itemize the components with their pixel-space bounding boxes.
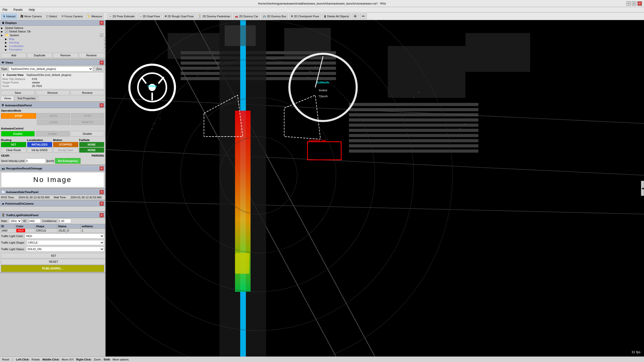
interact-button[interactable]: 🖱 Interact (1, 14, 17, 19)
stop-button[interactable]: STOP (1, 113, 36, 119)
tree-item-system[interactable]: ▶ 📁 System ✓ (1, 33, 105, 37)
shape-col-header: Shape (35, 224, 57, 229)
tab-views[interactable]: Views (1, 96, 14, 101)
delete-all-button[interactable]: 🗑 Delete All Objects (322, 14, 351, 19)
map-label: Map (9, 37, 14, 40)
tab-tool-properties[interactable]: Tool Properties (14, 96, 38, 101)
tl-reset-button[interactable]: RESET (1, 259, 106, 264)
panel-collapse-arrow[interactable]: ◀ (641, 181, 644, 196)
failsafe-status-badge-1: NONE (79, 142, 104, 147)
views-rename-button[interactable]: Rename (70, 90, 104, 95)
enable-button-2[interactable]: Enable (36, 131, 69, 137)
tree-item-sensing[interactable]: ▶ Sensing ✓ (5, 41, 106, 44)
traffic-light-close[interactable]: ✕ (100, 213, 104, 217)
measure-button[interactable]: 📏 Measure (85, 14, 104, 19)
dummy-pedestrian-button[interactable]: 🚶 2D Dummy Pedestrian (196, 14, 232, 19)
minimize-button[interactable]: ─ (626, 1, 631, 6)
rough-goal-pose-button[interactable]: ⊕ 2D Rough Goal Pose (163, 14, 195, 19)
menu-help[interactable]: Help (27, 8, 36, 12)
tl-color-row: Traffic Light Color: RED GREEN YELLOW (0, 233, 105, 239)
traffic-light-header: 🚦 TrafficLightPublishPanel ✕ (0, 212, 105, 218)
displays-close-button[interactable]: ✕ (100, 21, 104, 25)
views-save-button[interactable]: Save (1, 90, 35, 95)
remote-button[interactable]: REMOTE (71, 119, 104, 125)
views-type-select[interactable]: TopDownOrtho (rviz_default_plugins) (9, 66, 93, 71)
svg-rect-20 (349, 144, 478, 147)
shift-action: More options. (113, 358, 130, 361)
expand-arrow: ▶ (5, 38, 7, 40)
views-remove-button[interactable]: Remove (36, 90, 69, 95)
tl-publishing-button[interactable]: PUBLISHING... (1, 265, 104, 272)
init-gnss-button[interactable]: Init by GNSS (27, 148, 52, 153)
close-button[interactable]: ✕ (637, 1, 642, 6)
tl-shape-row: Traffic Light Shape: CIRCLE ARROW (0, 239, 105, 246)
pedestrian-icon: 🚶 (198, 15, 202, 18)
visualization-area[interactable]: tracking_out (106, 20, 644, 356)
reset-label: Reset (2, 358, 9, 361)
failsafe-col: FailSafe NONE NONE (79, 139, 104, 153)
remove-button[interactable]: Remove (53, 53, 78, 58)
rate-select[interactable]: 10Hz (9, 219, 22, 223)
status-select[interactable]: SOLID_ON SOLID_OFF FLASHING (26, 247, 104, 252)
tree-item-global-options[interactable]: ▶ Global Options (1, 26, 105, 30)
auto-button[interactable]: AUTO (37, 113, 70, 119)
select-button[interactable]: ◻ Select (45, 14, 59, 19)
tree-item-global-status[interactable]: ▶ ✓ Global Status: Ok (1, 30, 105, 33)
clear-route-button[interactable]: Clear Route (1, 148, 26, 153)
state-panel-close[interactable]: ✕ (100, 103, 104, 107)
accept-start-button[interactable]: Accept Start (53, 148, 78, 153)
move-camera-button[interactable]: 🎥 Move Camera (18, 14, 44, 19)
pointcloud-content (0, 206, 105, 211)
local-button[interactable]: LOCAL (37, 119, 70, 125)
parking-label: PARKING (12, 154, 104, 157)
autoware-state-panel: ⚙ AutowareStatePanel ✕ OperationMode STO… (0, 103, 105, 165)
tl-set-button[interactable]: SET (1, 253, 106, 258)
tl-id-input[interactable] (28, 219, 41, 223)
minus-button[interactable]: ➖ (360, 14, 367, 19)
checkpoint-pose-button[interactable]: ⊕ 2D Checkpoint Pose (289, 14, 321, 19)
plus-button[interactable]: ➕ (352, 14, 359, 19)
dummy-car-button[interactable]: 🚗 2D Dummy Car (233, 14, 260, 19)
title-bar: /home/zhanhongyan/autoware/install/autow… (0, 0, 644, 7)
system-checkbox[interactable]: ✓ (100, 34, 103, 37)
tree-item-perception[interactable]: ▶ Perception (5, 48, 106, 51)
traffic-light-icon: 🚦 (2, 213, 5, 217)
menu-panels[interactable]: Panels (12, 8, 24, 12)
pose-estimate-button[interactable]: → 2D Pose Estimate (107, 14, 136, 19)
recognition-close[interactable]: ✕ (100, 166, 104, 170)
enable-button[interactable]: Enable (1, 131, 35, 137)
expand-arrow: ▶ (1, 27, 3, 29)
expand-arrow: ▶ (1, 34, 3, 37)
wall-time-value: 2024-01-30 12:42:53.966 (70, 196, 102, 199)
datetime-close[interactable]: ✕ (100, 190, 104, 194)
menu-file[interactable]: File (1, 8, 9, 12)
color-col-header: Color (15, 224, 35, 229)
velocity-input[interactable] (25, 158, 46, 163)
views-zero-button[interactable]: Zero (94, 67, 104, 71)
confidence-input[interactable] (59, 219, 71, 223)
stop-button-2[interactable]: STOP (71, 113, 104, 119)
global-status-checkbox[interactable]: ✓ (5, 30, 8, 33)
middle-click-action: Move X/Y. (62, 358, 74, 361)
displays-panel: 🖥 Displays ✕ ▶ Global Options ▶ ✓ Global… (0, 20, 105, 59)
shape-form-label: Traffic Light Shape: (1, 241, 25, 244)
perception-label: Perception (9, 48, 22, 51)
duplicate-button[interactable]: Duplicate (27, 53, 52, 58)
shape-select[interactable]: CIRCLE ARROW (26, 240, 104, 245)
pointcloud-close[interactable]: ✕ (100, 202, 104, 206)
set-emergency-button[interactable]: Set Emergency (55, 158, 80, 164)
svg-text:0.0deg: 0.0deg (148, 84, 157, 87)
views-close-button[interactable]: ✕ (100, 61, 104, 65)
color-select[interactable]: RED GREEN YELLOW (25, 234, 104, 239)
tree-item-map[interactable]: ▶ Map ✓ (5, 37, 106, 41)
tl-id-cell: 1460 (0, 229, 15, 233)
rename-button[interactable]: Rename (79, 53, 104, 58)
focus-camera-button[interactable]: ⊙ Focus Camera (60, 14, 84, 19)
add-button[interactable]: Add (1, 53, 26, 58)
maximize-button[interactable]: □ (632, 1, 636, 6)
svg-text:72km/h: 72km/h (318, 95, 328, 98)
tree-item-localization[interactable]: ▶ Localization ✓ (5, 44, 106, 48)
goal-pose-button[interactable]: → 2D Goal Pose (137, 14, 162, 19)
disable-button[interactable]: Disable (70, 131, 104, 137)
dummy-bus-button[interactable]: 🚌 2D Dummy Bus (261, 14, 288, 19)
